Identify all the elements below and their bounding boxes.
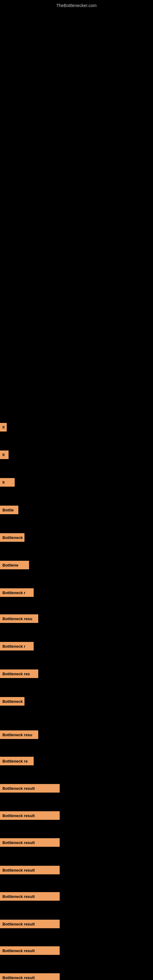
- bottleneck-result-13[interactable]: Bottleneck result: [0, 784, 60, 792]
- bottleneck-result-12[interactable]: Bottleneck re: [0, 757, 33, 765]
- bottleneck-result-8[interactable]: Bottleneck r: [0, 642, 33, 651]
- bottleneck-result-5[interactable]: Bottlene: [0, 561, 29, 569]
- bottleneck-result-3[interactable]: Bottle: [0, 506, 18, 514]
- bottleneck-result-16[interactable]: Bottleneck result: [0, 866, 60, 874]
- bottleneck-result-2[interactable]: B: [0, 478, 15, 487]
- bottleneck-result-7[interactable]: Bottleneck resu: [0, 614, 38, 623]
- bottleneck-result-11[interactable]: Bottleneck resu: [0, 730, 38, 739]
- site-title-text: TheBottlenecker.com: [56, 3, 97, 8]
- bottleneck-result-14[interactable]: Bottleneck result: [0, 811, 60, 820]
- site-title: TheBottlenecker.com: [0, 0, 153, 10]
- bottleneck-result-0[interactable]: B: [0, 423, 7, 431]
- bottleneck-result-1[interactable]: B: [0, 450, 9, 459]
- bottleneck-result-20[interactable]: Bottleneck result: [0, 973, 60, 980]
- bottleneck-result-10[interactable]: Bottleneck: [0, 697, 24, 706]
- bottleneck-result-18[interactable]: Bottleneck result: [0, 920, 60, 928]
- bottleneck-result-9[interactable]: Bottleneck res: [0, 670, 38, 678]
- bottleneck-result-17[interactable]: Bottleneck result: [0, 892, 60, 901]
- bottleneck-result-15[interactable]: Bottleneck result: [0, 838, 60, 847]
- bottleneck-result-6[interactable]: Bottleneck r: [0, 588, 33, 597]
- bottleneck-result-4[interactable]: Bottleneck: [0, 533, 24, 542]
- bottleneck-result-19[interactable]: Bottleneck result: [0, 946, 60, 955]
